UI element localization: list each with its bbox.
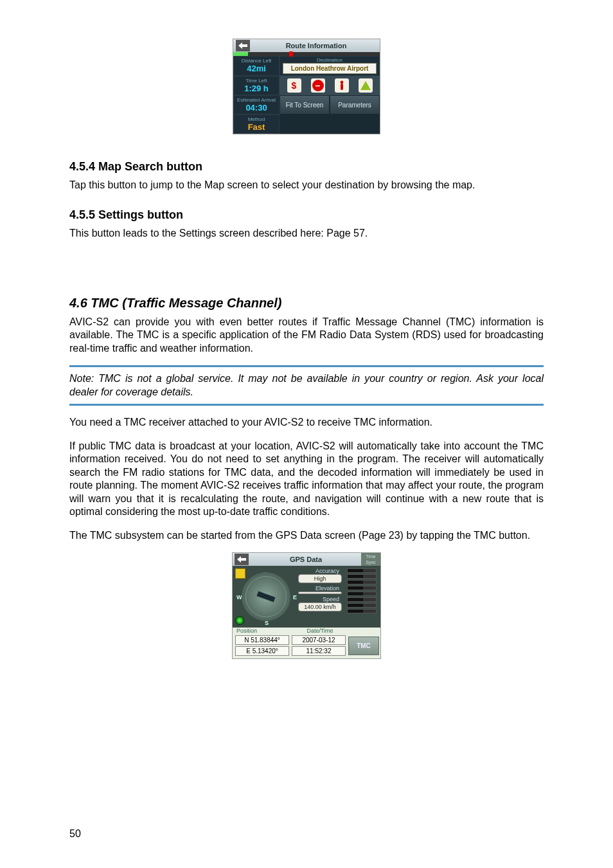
- method-label: Method: [236, 116, 276, 122]
- destination-label: Destination: [283, 57, 377, 63]
- paragraph-4-6-auto: If public TMC data is broadcast at your …: [69, 440, 544, 519]
- longitude-value: E 5.13420°: [235, 646, 289, 656]
- back-icon[interactable]: [235, 554, 249, 565]
- no-entry-icon: –: [311, 78, 325, 93]
- elevation-value: [298, 592, 342, 594]
- paragraph-4-6-intro: AVIC-S2 can provide you with even better…: [69, 316, 544, 355]
- compass-e: E: [293, 594, 297, 601]
- note-text: Note: TMC is not a global service. It ma…: [69, 372, 544, 399]
- heading-4-5-5: 4.5.5 Settings button: [69, 208, 544, 222]
- gps-data-title: GPS Data: [251, 553, 361, 566]
- hazard-icon: [359, 78, 373, 93]
- heading-4-5-4: 4.5.4 Map Search button: [69, 160, 544, 174]
- method-value: Fast: [236, 122, 276, 132]
- accuracy-label: Accuracy: [298, 568, 342, 574]
- elevation-label: Elevation: [298, 585, 342, 592]
- svg-point-0: [340, 81, 343, 84]
- paragraph-4-5-4: Tap this button to jump to the Map scree…: [69, 179, 544, 192]
- svg-rect-1: [341, 84, 343, 90]
- toll-icon: $: [287, 78, 301, 93]
- route-information-figure: Route Information Distance Left 42mi Des…: [233, 39, 380, 134]
- eta-label: Estimated Arrival: [236, 97, 276, 103]
- gps-status-led-icon: [235, 616, 244, 625]
- destination-value: London Heathrow Airport: [286, 65, 373, 72]
- route-progress-bar: [233, 52, 380, 56]
- position-label: Position: [236, 628, 294, 634]
- distance-left-label: Distance Left: [236, 58, 276, 64]
- speed-value: 140.00 km/h: [298, 602, 342, 611]
- accuracy-value: High: [298, 574, 342, 583]
- eta-value: 04:30: [236, 103, 276, 113]
- note-box: Note: TMC is not a global service. It ma…: [69, 365, 544, 406]
- heading-4-6: 4.6 TMC (Traffic Message Channel): [69, 296, 544, 311]
- time-sync-button[interactable]: Time Sync: [361, 553, 380, 566]
- route-info-title: Route Information: [253, 42, 380, 50]
- datetime-label: Date/Time: [294, 628, 346, 634]
- pedestrian-icon: [335, 78, 349, 93]
- back-icon[interactable]: [236, 40, 250, 51]
- gps-data-figure: GPS Data Time Sync N S W E Accuracy High…: [232, 552, 381, 659]
- fit-to-screen-button[interactable]: Fit To Screen: [280, 95, 330, 114]
- satellite-signal-bars: [343, 566, 380, 628]
- latitude-value: N 51.83844°: [235, 635, 289, 645]
- tmc-button[interactable]: TMC: [348, 637, 379, 655]
- paragraph-4-5-5: This button leads to the Settings screen…: [69, 227, 544, 240]
- paragraph-4-6-start: The TMC subsystem can be started from th…: [69, 529, 544, 542]
- time-left-label: Time Left: [236, 78, 276, 84]
- distance-left-value: 42mi: [236, 64, 276, 73]
- paragraph-4-6-receiver: You need a TMC receiver attached to your…: [69, 416, 544, 429]
- date-value: 2007-03-12: [292, 635, 346, 645]
- speed-label: Speed: [298, 596, 342, 602]
- satellite-icon[interactable]: [235, 568, 245, 579]
- page-number: 50: [69, 828, 81, 840]
- parameters-button[interactable]: Parameters: [330, 95, 380, 114]
- time-value: 11:52:32: [292, 646, 346, 656]
- time-left-value: 1:29 h: [236, 84, 276, 93]
